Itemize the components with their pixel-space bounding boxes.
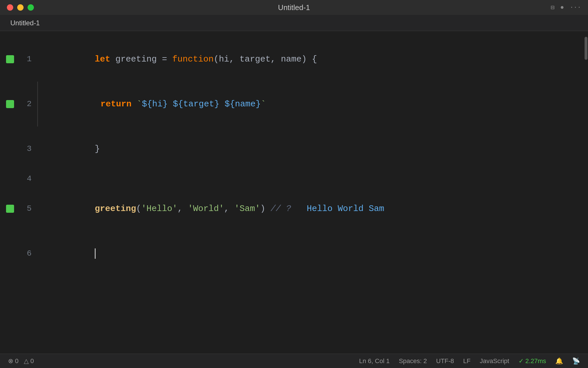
indentation[interactable]: Spaces: 2 (399, 357, 427, 365)
traffic-lights (7, 4, 34, 11)
broadcast-icon[interactable]: 📡 (572, 357, 580, 365)
keyword-let: let (95, 54, 115, 64)
eol[interactable]: LF (463, 357, 471, 365)
template-expr-hi: ${hi} (142, 99, 168, 109)
table-row: 4 (0, 171, 583, 186)
language-mode[interactable]: JavaScript (480, 357, 509, 365)
run-indicator-1[interactable] (6, 55, 14, 63)
notifications-icon[interactable]: 🔔 (555, 357, 563, 365)
warning-icon: △ (24, 357, 30, 365)
line-gutter-2 (0, 100, 20, 108)
arg-world: 'World' (188, 204, 224, 214)
template-expr-name: ${name} (225, 99, 261, 109)
line-number-3: 3 (20, 141, 37, 156)
table-row: 6 (0, 231, 583, 276)
result-value: Hello World Sam (296, 204, 384, 214)
statusbar-left: ⊗ 0 △ 0 (8, 357, 34, 365)
keyword-function: function (172, 54, 214, 64)
table-row: 3 } (0, 126, 583, 171)
call-paren-open: ( (136, 204, 141, 214)
template-backtick-open: ` (137, 99, 142, 109)
line-gutter-1 (0, 55, 20, 63)
template-space1 (168, 99, 173, 109)
call-paren-close: ) (260, 204, 265, 214)
line-number-4: 4 (20, 171, 37, 186)
editor-container: 1 let greeting = function(hi, target, na… (0, 31, 588, 354)
tabbar: Untitled-1 (0, 15, 588, 31)
template-backtick-close: ` (261, 99, 266, 109)
comma-1: , (177, 204, 188, 214)
arg-hello: 'Hello' (141, 204, 177, 214)
fn-call-greeting: greeting (95, 204, 136, 214)
line-number-1: 1 (20, 52, 37, 67)
arg-sam: 'Sam' (234, 204, 260, 214)
line-content-6 (37, 231, 583, 276)
more-actions-icon[interactable]: ··· (570, 4, 581, 11)
editor[interactable]: 1 let greeting = function(hi, target, na… (0, 31, 583, 354)
run-indicator-3 (6, 145, 14, 153)
line-content-3: } (37, 126, 583, 171)
editor-tab[interactable]: Untitled-1 (6, 17, 45, 29)
timing: ✓ 2.27ms (519, 357, 546, 365)
line-number-5: 5 (20, 201, 37, 216)
paren-close: ) (301, 54, 312, 64)
keyword-return: return (100, 99, 137, 109)
circle-icon[interactable]: ● (560, 4, 564, 11)
template-space2 (219, 99, 225, 109)
window-title: Untitled-1 (278, 3, 310, 12)
paren-open: ( (214, 54, 219, 64)
error-icon: ⊗ (8, 357, 15, 365)
titlebar: Untitled-1 ⊟ ● ··· (0, 0, 588, 15)
minimize-button[interactable] (17, 4, 24, 11)
code-lines: 1 let greeting = function(hi, target, na… (0, 37, 583, 276)
run-indicator-2[interactable] (6, 100, 14, 108)
scrollbar[interactable] (583, 31, 588, 354)
line-number-2: 2 (20, 97, 37, 112)
split-editor-icon[interactable]: ⊟ (551, 4, 554, 12)
run-indicator-5[interactable] (6, 205, 14, 213)
line-gutter-5 (0, 205, 20, 213)
scrollbar-thumb[interactable] (585, 37, 587, 60)
error-count[interactable]: ⊗ 0 △ 0 (8, 357, 34, 365)
comma-2: , (224, 204, 234, 214)
line-number-6: 6 (20, 246, 37, 261)
maximize-button[interactable] (28, 4, 34, 11)
var-greeting: greeting (115, 54, 162, 64)
run-indicator-6 (6, 250, 14, 258)
line-content-2: return `${hi} ${target} ${name}` (37, 82, 583, 126)
line-gutter-6 (0, 250, 20, 258)
comment-slash: // ? (265, 204, 296, 214)
equals: = (162, 54, 172, 64)
brace-open: { (312, 54, 317, 64)
brace-close: } (95, 144, 100, 154)
cursor-position[interactable]: Ln 6, Col 1 (359, 357, 390, 365)
table-row: 5 greeting('Hello', 'World', 'Sam') // ?… (0, 186, 583, 231)
run-indicator-4 (6, 175, 14, 183)
titlebar-actions: ⊟ ● ··· (551, 4, 581, 12)
line-content-1: let greeting = function(hi, target, name… (37, 37, 583, 82)
encoding[interactable]: UTF-8 (436, 357, 454, 365)
param-hi: hi, target, name (219, 54, 301, 64)
template-expr-target: ${target} (173, 99, 219, 109)
line-gutter-3 (0, 145, 20, 153)
close-button[interactable] (7, 4, 13, 11)
table-row: 1 let greeting = function(hi, target, na… (0, 37, 583, 82)
statusbar-right: Ln 6, Col 1 Spaces: 2 UTF-8 LF JavaScrip… (359, 357, 580, 365)
table-row: 2 return `${hi} ${target} ${name}` (0, 82, 583, 126)
statusbar: ⊗ 0 △ 0 Ln 6, Col 1 Spaces: 2 UTF-8 LF J… (0, 354, 588, 368)
line-content-5: greeting('Hello', 'World', 'Sam') // ? H… (37, 186, 583, 231)
cursor (95, 248, 96, 259)
line-gutter-4 (0, 175, 20, 183)
